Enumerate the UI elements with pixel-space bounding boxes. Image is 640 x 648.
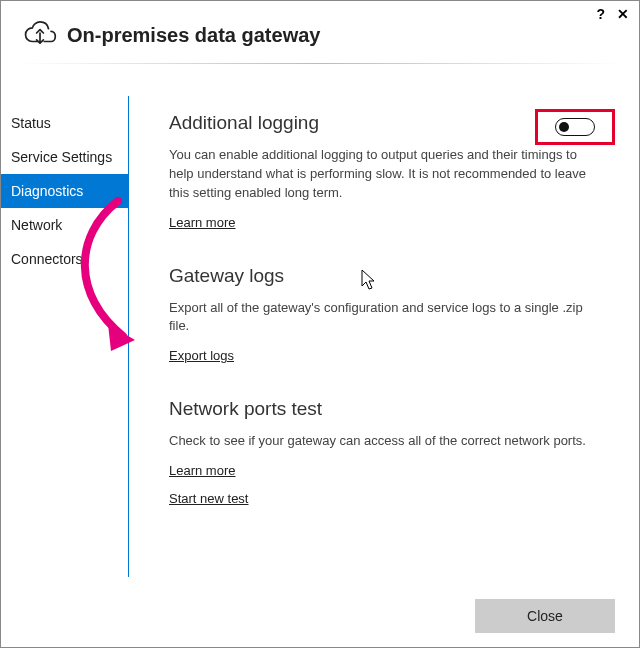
sidebar-item-status[interactable]: Status [1,106,128,140]
gateway-logs-title: Gateway logs [169,265,615,287]
sidebar-item-diagnostics[interactable]: Diagnostics [1,174,128,208]
additional-logging-learn-more-link[interactable]: Learn more [169,215,235,230]
app-title: On-premises data gateway [67,24,320,47]
footer: Close [1,585,639,647]
sidebar-item-service-settings[interactable]: Service Settings [1,140,128,174]
network-ports-learn-more-link[interactable]: Learn more [169,463,235,478]
close-button[interactable]: Close [475,599,615,633]
annotation-highlight-box [535,109,615,145]
help-icon[interactable]: ? [596,6,605,22]
network-ports-desc: Check to see if your gateway can access … [169,432,599,451]
additional-logging-desc: You can enable additional logging to out… [169,146,599,203]
export-logs-link[interactable]: Export logs [169,348,234,363]
gateway-logs-desc: Export all of the gateway's configuratio… [169,299,599,337]
section-gateway-logs: Gateway logs Export all of the gateway's… [169,265,615,365]
additional-logging-toggle[interactable] [555,118,595,136]
start-new-test-link[interactable]: Start new test [169,491,248,506]
sidebar-item-network[interactable]: Network [1,208,128,242]
sidebar: Status Service Settings Diagnostics Netw… [1,96,129,577]
header: On-premises data gateway [1,1,639,63]
sidebar-item-connectors[interactable]: Connectors [1,242,128,276]
network-ports-title: Network ports test [169,398,615,420]
header-divider [19,63,621,64]
toggle-knob-icon [559,122,569,132]
content-panel: Additional logging You can enable additi… [129,96,639,577]
additional-logging-title: Additional logging [169,112,319,134]
section-network-ports: Network ports test Check to see if your … [169,398,615,507]
close-icon[interactable]: ✕ [617,6,629,22]
gateway-cloud-icon [23,19,57,51]
